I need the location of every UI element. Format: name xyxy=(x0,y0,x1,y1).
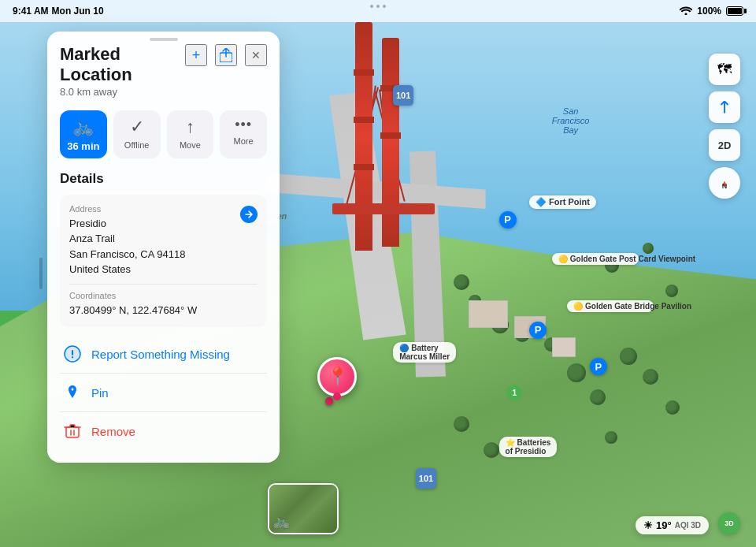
viewpoint-label: 🟡Golden Gate Post Card Viewpoint xyxy=(552,253,639,265)
details-title: Details xyxy=(60,171,267,187)
bridge-deck xyxy=(332,203,435,214)
more-button[interactable]: ••• More xyxy=(220,110,267,158)
coordinates-content: Coordinates 37.80499° N, 122.47684° W xyxy=(69,291,258,318)
address-link-icon[interactable] xyxy=(240,206,258,223)
drag-indicator xyxy=(150,38,178,41)
building-1 xyxy=(469,300,508,328)
battery-label: 🔵BatteryMarcus Miller xyxy=(393,342,456,363)
dot-1 xyxy=(370,5,373,8)
directions-button[interactable] xyxy=(709,91,740,123)
share-button[interactable] xyxy=(215,44,237,66)
pin-label: Pin xyxy=(91,386,109,400)
move-button[interactable]: ↑ Move xyxy=(167,110,214,158)
sf-bay-label: SanFranciscoBay xyxy=(552,106,590,135)
panel-header: Marked Location 8.0 km away + ✕ xyxy=(60,44,267,107)
tree xyxy=(665,400,680,415)
tree xyxy=(643,369,658,385)
address-value: Presidio Anza Trail San Francisco, CA 94… xyxy=(69,216,185,277)
tree xyxy=(590,389,606,405)
battery-icon xyxy=(726,6,743,16)
battery-text: 100% xyxy=(697,6,721,17)
report-missing-label: Report Something Missing xyxy=(91,348,230,361)
status-date: Mon Jun 10 xyxy=(52,6,104,17)
parking-badge-1: P xyxy=(499,211,517,229)
bridge-tower-left xyxy=(355,22,372,251)
close-button[interactable]: ✕ xyxy=(245,44,267,66)
weather-badge: ☀ 19° AQI 3D xyxy=(636,516,709,534)
2d-label: 2D xyxy=(718,140,732,151)
building-3 xyxy=(552,337,576,357)
batteries-label: ⭐Batteriesof Presidio xyxy=(499,437,558,457)
weather-icon: ☀ xyxy=(643,519,653,531)
parking-badge-3: P xyxy=(590,358,607,375)
pin-item[interactable]: Pin xyxy=(60,374,267,412)
trash-icon xyxy=(63,422,82,441)
map-pin-icon: 📍 xyxy=(327,367,348,387)
aqi-text: AQI 3D xyxy=(675,521,701,530)
bridge-tower-right xyxy=(382,38,399,247)
coordinates-label: Coordinates xyxy=(69,291,258,300)
address-content: Address Presidio Anza Trail San Francisc… xyxy=(69,204,185,277)
cycling-button[interactable]: 🚲 36 min xyxy=(60,110,107,158)
tree xyxy=(643,243,654,254)
compass-n-label: N xyxy=(722,182,728,190)
pavilion-label: 🟡Golden Gate Bridge Pavilion xyxy=(567,300,654,312)
menu-items: Report Something Missing Pin Remove xyxy=(60,335,267,450)
action-buttons: 🚲 36 min ✓ Offline ↑ Move ••• More xyxy=(60,110,267,158)
dot-3 xyxy=(383,5,386,8)
more-icon: ••• xyxy=(235,117,252,133)
remove-label: Remove xyxy=(91,425,135,438)
panel-header-actions: + ✕ xyxy=(185,44,267,66)
move-label: Move xyxy=(180,140,201,150)
panel-title: Marked Location xyxy=(60,44,185,86)
address-card: Address Presidio Anza Trail San Francisc… xyxy=(60,195,267,328)
cycling-time: 36 min xyxy=(67,140,99,152)
panel-title-area: Marked Location 8.0 km away xyxy=(60,44,185,107)
thumbnail-inner: 🚲 xyxy=(269,485,337,533)
address-row: Address Presidio Anza Trail San Francisc… xyxy=(69,204,258,277)
coordinates-value: 37.80499° N, 122.47684° W xyxy=(69,303,258,318)
weather-temp: 19° xyxy=(656,519,672,531)
map-pin-circle: 📍 xyxy=(317,357,357,396)
fort-point-label: 🔷Fort Point xyxy=(529,195,596,209)
map-thumbnail[interactable]: 🚲 xyxy=(268,483,339,534)
thumbnail-icon: 🚲 xyxy=(272,512,290,530)
parking-badge-2: P xyxy=(529,322,547,339)
tree xyxy=(454,416,469,432)
location-panel: Marked Location 8.0 km away + ✕ 🚲 36 min… xyxy=(47,32,280,463)
highway-101-bottom: 101 xyxy=(416,468,436,489)
remove-item[interactable]: Remove xyxy=(60,412,267,450)
status-left: 9:41 AM Mon Jun 10 xyxy=(13,6,104,17)
offline-button[interactable]: ✓ Offline xyxy=(113,110,161,158)
offline-icon: ✓ xyxy=(130,117,144,137)
move-icon: ↑ xyxy=(186,117,195,137)
tree xyxy=(620,348,637,365)
panel-subtitle: 8.0 km away xyxy=(60,86,185,98)
address-label: Address xyxy=(69,204,185,214)
map-view-button[interactable]: 🗺 xyxy=(709,54,740,85)
route-badge: 1 xyxy=(506,385,522,400)
report-missing-item[interactable]: Report Something Missing xyxy=(60,335,267,374)
aqi-value: 3D xyxy=(724,519,734,527)
status-bar: 9:41 AM Mon Jun 10 100% xyxy=(0,0,756,22)
top-dots xyxy=(370,5,386,8)
card-divider xyxy=(69,284,258,285)
tree xyxy=(567,363,586,382)
status-time: 9:41 AM xyxy=(13,6,49,17)
highway-101-top: 101 xyxy=(393,85,413,106)
add-button[interactable]: + xyxy=(185,44,207,66)
more-label: More xyxy=(234,136,254,146)
side-handle[interactable] xyxy=(39,258,43,289)
report-icon xyxy=(63,344,82,363)
tree xyxy=(665,285,678,297)
compass-button[interactable]: ▲ N xyxy=(709,167,740,199)
map-controls: 🗺 2D ▲ N xyxy=(709,54,740,199)
map-pin[interactable]: 📍 xyxy=(317,357,357,400)
offline-label: Offline xyxy=(124,140,150,150)
2d-view-button[interactable]: 2D xyxy=(709,129,740,161)
pin-icon xyxy=(63,383,82,402)
cycling-icon: 🚲 xyxy=(72,117,94,137)
status-right: 100% xyxy=(680,6,743,17)
aqi-badge: 3D xyxy=(718,512,740,534)
tree xyxy=(454,274,469,290)
